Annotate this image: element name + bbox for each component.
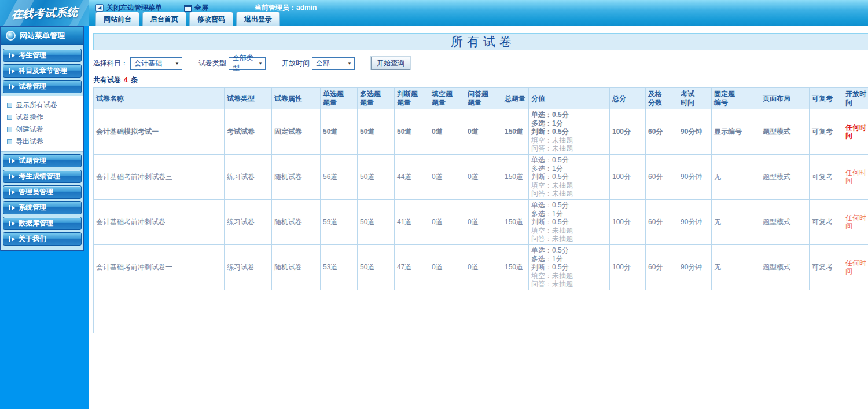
cell-open-time: 任何时间 — [843, 109, 868, 155]
cell-page-layout: 题型模式 — [760, 244, 810, 290]
submenu-item-export-paper[interactable]: 导出试卷 — [7, 136, 83, 148]
start-query-button[interactable]: 开始查询 — [371, 57, 410, 70]
cell-open-time: 任何时间 — [843, 244, 868, 290]
paper-type-select[interactable]: 全部类型 ▼ — [229, 57, 266, 70]
fullscreen-icon — [184, 5, 192, 12]
cell-exam-time: 90分钟 — [678, 199, 712, 244]
col-qa-count: 问答题 题量 — [465, 88, 502, 109]
sidebar-item-label: 试题管理 — [19, 156, 46, 166]
cell-judge-count: 41道 — [395, 199, 429, 244]
table-header-row: 试卷名称 试卷类型 试卷属性 单选题 题量 多选题 题量 判断题 题量 填空题 … — [94, 88, 868, 109]
cell-multi-count: 50道 — [358, 154, 395, 199]
cell-retake: 可复考 — [810, 109, 843, 155]
cell-paper-type: 练习试卷 — [225, 244, 272, 290]
sidebar: 在线考试系统 网站菜单管理 考生管理 科目及章节管理 试卷管理 — [0, 0, 89, 409]
cell-retake: 可复考 — [810, 199, 843, 244]
open-time-select[interactable]: 全部 ▼ — [312, 57, 355, 70]
count-prefix: 共有试卷 — [93, 76, 121, 84]
sidebar-item-label: 管理员管理 — [19, 187, 53, 197]
sidebar-item-label: 数据库管理 — [19, 218, 53, 228]
cell-judge-count: 50道 — [395, 109, 429, 155]
sidebar-item-question-management[interactable]: 试题管理 — [3, 154, 82, 167]
subject-select[interactable]: 会计基础 ▼ — [130, 57, 182, 70]
play-bar-icon — [9, 158, 15, 163]
col-fill-count: 填空题 题量 — [429, 88, 465, 109]
play-bar-icon — [9, 236, 15, 242]
sidebar-item-paper-management[interactable]: 试卷管理 — [3, 80, 82, 93]
cell-total-count: 150道 — [502, 109, 529, 155]
cell-multi-count: 50道 — [358, 109, 395, 155]
play-bar-icon — [9, 189, 15, 195]
play-bar-icon — [9, 68, 15, 74]
cell-paper-attr: 固定试卷 — [272, 109, 321, 155]
sidebar-item-label: 考生成绩管理 — [19, 171, 60, 181]
filter-bar: 选择科目： 会计基础 ▼ 试卷类型 全部类型 ▼ 开放时间 全部 ▼ 开始查询 — [93, 57, 868, 70]
page-title: 所有试卷 — [451, 34, 516, 50]
tab-change-password[interactable]: 修改密码 — [189, 12, 233, 26]
tab-row: 网站前台 后台首页 修改密码 退出登录 — [95, 12, 280, 26]
cell-fill-count: 0道 — [429, 109, 465, 155]
cell-total-count: 150道 — [502, 244, 529, 290]
table-footer-cell — [94, 290, 868, 333]
count-suffix: 条 — [131, 76, 138, 84]
col-pass-score: 及格 分数 — [646, 88, 678, 109]
submenu-item-label: 导出试卷 — [16, 137, 43, 147]
papers-table: 试卷名称 试卷类型 试卷属性 单选题 题量 多选题 题量 判断题 题量 填空题 … — [93, 87, 868, 333]
cell-fixed-number: 无 — [712, 199, 760, 244]
app-logo-text: 在线考试系统 — [10, 5, 78, 22]
cell-fixed-number: 无 — [712, 244, 760, 290]
cell-fixed-number: 显示编号 — [712, 109, 760, 155]
tab-logout[interactable]: 退出登录 — [236, 12, 280, 26]
cell-score-value: 单选：0.5分 多选：1分 判断：0.5分 填空：未抽题 问答：未抽题 — [529, 199, 610, 244]
cell-page-layout: 题型模式 — [760, 199, 810, 244]
cell-paper-name: 会计基础考前冲刺试卷三 — [94, 154, 225, 199]
submenu-item-create-paper[interactable]: 创建试卷 — [7, 123, 83, 136]
sidebar-item-about-us[interactable]: 关于我们 — [3, 232, 82, 246]
sidebar-item-subject-chapter-management[interactable]: 科目及章节管理 — [3, 64, 82, 78]
sidebar-item-score-management[interactable]: 考生成绩管理 — [3, 170, 82, 183]
main-area: ◀ 关闭左边管理菜单 全屏 当前管理员：admin 网站前台 后台首页 修改密码… — [89, 0, 868, 409]
submenu-item-paper-operations[interactable]: 试卷操作 — [7, 111, 83, 123]
cell-fill-count: 0道 — [429, 154, 465, 199]
sidebar-item-system-management[interactable]: 系统管理 — [3, 201, 82, 214]
cell-paper-attr: 随机试卷 — [272, 154, 321, 199]
cell-multi-count: 50道 — [358, 244, 395, 290]
cell-paper-attr: 随机试卷 — [272, 199, 321, 244]
table-row: 会计基础考前冲刺试卷二 练习试卷 随机试卷 59道 50道 41道 0道 0道 … — [94, 199, 868, 244]
col-total-score: 总分 — [610, 88, 646, 109]
cell-pass-score: 60分 — [646, 154, 678, 199]
submenu-item-label: 显示所有试卷 — [16, 100, 57, 110]
sidebar-item-admin-management[interactable]: 管理员管理 — [3, 185, 82, 199]
cell-score-value: 单选：0.5分 多选：1分 判断：0.5分 填空：未抽题 问答：未抽题 — [529, 109, 610, 155]
cell-qa-count: 0道 — [465, 109, 502, 155]
cell-qa-count: 0道 — [465, 244, 502, 290]
tab-site-front[interactable]: 网站前台 — [95, 12, 139, 26]
play-bar-icon — [9, 205, 15, 210]
submenu-item-show-all-papers[interactable]: 显示所有试卷 — [7, 99, 83, 111]
tab-backend-home[interactable]: 后台首页 — [142, 12, 186, 26]
cell-retake: 可复考 — [810, 154, 843, 199]
cell-fill-count: 0道 — [429, 199, 465, 244]
col-score-value: 分值 — [529, 88, 610, 109]
chevron-down-icon: ▼ — [258, 61, 263, 66]
sidebar-item-examinee-management[interactable]: 考生管理 — [3, 49, 82, 62]
open-time-filter-label: 开放时间 — [282, 59, 310, 68]
app-logo: 在线考试系统 — [0, 0, 89, 26]
square-bullet-icon — [7, 115, 12, 120]
col-single-count: 单选题 题量 — [321, 88, 358, 109]
cell-pass-score: 60分 — [646, 109, 678, 155]
col-open-time: 开放时间 — [843, 88, 868, 109]
cell-fill-count: 0道 — [429, 244, 465, 290]
sidebar-item-database-management[interactable]: 数据库管理 — [3, 217, 82, 230]
col-multi-count: 多选题 题量 — [358, 88, 395, 109]
sidebar-item-label: 关于我们 — [19, 234, 46, 244]
sidebar-menu-panel: 网站菜单管理 考生管理 科目及章节管理 试卷管理 显示所有试卷 — [0, 26, 84, 251]
divider — [1, 45, 83, 49]
cell-page-layout: 题型模式 — [760, 109, 810, 155]
table-footer-row — [94, 290, 868, 333]
paper-type-select-value: 全部类型 — [233, 53, 253, 73]
col-retake: 可复考 — [810, 88, 843, 109]
cell-qa-count: 0道 — [465, 154, 502, 199]
cell-page-layout: 题型模式 — [760, 154, 810, 199]
cell-single-count: 56道 — [321, 154, 358, 199]
